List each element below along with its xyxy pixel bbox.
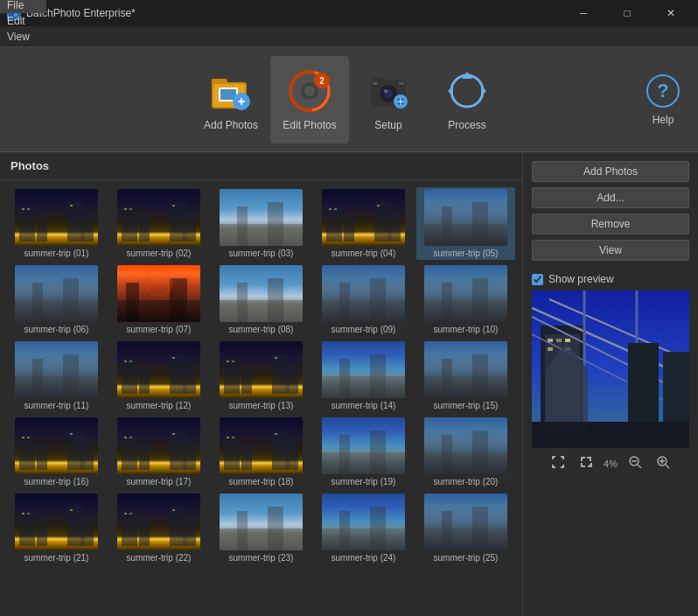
zoom-out-button[interactable] [625,453,646,473]
help-icon: ? [646,74,681,108]
svg-line-173 [666,465,669,468]
minimize-button[interactable]: ─ [563,0,604,26]
photo-thumbnail [117,494,200,550]
list-item[interactable]: summer-trip (02) [109,187,208,260]
svg-rect-49 [237,206,248,246]
svg-rect-71 [322,300,405,322]
svg-rect-93 [275,357,277,359]
list-item[interactable]: summer-trip (17) [109,416,208,488]
svg-rect-40 [70,205,73,206]
photo-label: summer-trip (08) [229,325,294,334]
svg-rect-24 [399,82,404,85]
svg-rect-51 [326,206,342,242]
list-item[interactable]: summer-trip (24) [314,492,413,564]
svg-rect-165 [663,352,689,448]
toolbar-edit-photos[interactable]: 2 Edit Photos [270,56,349,144]
photo-thumbnail [15,494,98,550]
svg-rect-105 [27,437,30,438]
list-item[interactable]: summer-trip (18) [212,416,311,488]
svg-rect-107 [122,435,137,470]
svg-rect-104 [22,437,24,438]
svg-rect-46 [129,208,132,210]
svg-rect-94 [322,376,405,398]
photos-grid-container[interactable]: summer-trip (01) summer-trip (02) summer… [0,180,522,616]
list-item[interactable]: summer-trip (20) [416,416,515,488]
svg-rect-96 [370,354,386,398]
menu-item-view[interactable]: View [0,29,46,45]
svg-rect-76 [472,278,488,322]
setup-label: Setup [374,119,401,131]
svg-rect-59 [442,206,452,246]
add-more-button[interactable]: Add... [532,187,689,208]
list-item[interactable]: summer-trip (01) [7,187,106,260]
remove-button[interactable]: Remove [532,214,689,234]
zoom-fit-button[interactable] [576,453,597,473]
toolbar-add-photos[interactable]: Add Photos [192,56,270,144]
svg-rect-73 [370,278,386,322]
svg-rect-124 [424,452,507,474]
list-item[interactable]: summer-trip (03) [212,187,311,260]
toolbar-help[interactable]: ? Help [646,74,681,126]
zoom-in-button[interactable] [653,453,674,473]
svg-rect-141 [220,528,303,550]
list-item[interactable]: summer-trip (16) [7,416,106,488]
photo-thumbnail [424,494,507,550]
svg-rect-97 [424,376,507,398]
svg-rect-143 [268,507,283,550]
menu-item-file[interactable]: File [0,0,46,13]
svg-rect-91 [227,360,229,362]
fit-view-button[interactable] [548,453,569,473]
svg-rect-57 [377,205,380,206]
show-preview-label[interactable]: Show preview [548,273,614,285]
list-item[interactable]: summer-trip (07) [109,263,208,336]
svg-rect-113 [172,433,175,435]
svg-rect-95 [339,359,350,398]
svg-rect-65 [126,283,139,322]
svg-rect-39 [27,208,30,210]
menu-item-edit[interactable]: Edit [0,13,46,29]
svg-rect-147 [424,528,507,550]
photo-label: summer-trip (09) [332,325,396,334]
list-item[interactable]: summer-trip (11) [7,340,106,412]
svg-rect-47 [172,205,175,206]
list-item[interactable]: summer-trip (14) [314,340,413,412]
list-item[interactable]: summer-trip (08) [212,263,311,336]
photo-thumbnail [117,189,200,246]
list-item[interactable]: summer-trip (19) [314,416,413,488]
show-preview-checkbox[interactable] [532,274,543,285]
toolbar-process[interactable]: Process [428,56,506,144]
list-item[interactable]: summer-trip (25) [416,492,515,564]
list-item[interactable]: summer-trip (10) [416,263,515,336]
close-button[interactable]: ✕ [651,0,691,26]
photo-label: summer-trip (15) [434,401,499,410]
maximize-button[interactable]: □ [607,0,647,26]
svg-rect-100 [19,435,35,470]
toolbar-setup[interactable]: Setup [349,56,428,144]
list-item[interactable]: summer-trip (23) [212,492,311,564]
list-item[interactable]: summer-trip (09) [314,263,413,336]
list-item[interactable]: summer-trip (04) [314,187,413,260]
svg-rect-98 [442,359,452,398]
list-item[interactable]: summer-trip (22) [109,492,208,564]
panel-header: Photos [0,152,522,180]
photo-thumbnail [322,341,405,398]
photo-label: summer-trip (25) [434,553,499,563]
photo-thumbnail [15,265,98,322]
zoom-level: 4% [604,458,618,469]
view-button[interactable]: View [532,240,689,261]
svg-rect-63 [63,278,79,322]
list-item[interactable]: summer-trip (12) [109,340,208,412]
list-item[interactable]: summer-trip (06) [7,263,106,336]
svg-rect-145 [339,511,350,550]
list-item[interactable]: summer-trip (15) [416,340,515,412]
photo-thumbnail [322,494,405,550]
svg-rect-111 [124,437,127,438]
list-item[interactable]: summer-trip (21) [7,492,106,564]
photo-thumbnail [322,189,405,246]
svg-rect-85 [129,360,132,362]
add-photos-button[interactable]: Add Photos [532,161,689,182]
list-item[interactable]: summer-trip (13) [212,340,311,412]
main-content: Photos summer-trip (01) [0,152,698,616]
svg-rect-127 [19,511,35,546]
list-item[interactable]: summer-trip (05) [416,187,515,260]
